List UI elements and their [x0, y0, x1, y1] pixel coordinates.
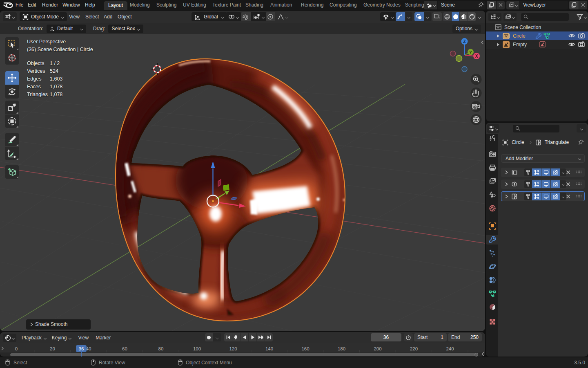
svg-text:220: 220 — [410, 346, 418, 351]
svg-text:60: 60 — [122, 346, 127, 351]
svg-text:240: 240 — [446, 346, 454, 351]
svg-text:80: 80 — [158, 346, 164, 351]
svg-text:100: 100 — [193, 346, 201, 351]
svg-text:160: 160 — [301, 346, 309, 351]
svg-text:140: 140 — [265, 346, 273, 351]
svg-text:36: 36 — [79, 346, 84, 351]
svg-text:X: X — [475, 54, 478, 58]
svg-text:200: 200 — [374, 346, 381, 351]
svg-text:Y: Y — [469, 50, 472, 54]
svg-text:180: 180 — [338, 346, 345, 351]
svg-text:20: 20 — [50, 346, 55, 351]
svg-text:120: 120 — [229, 346, 237, 351]
svg-text:40: 40 — [86, 346, 91, 351]
svg-text:Z: Z — [463, 39, 466, 44]
svg-text:0: 0 — [15, 346, 18, 351]
